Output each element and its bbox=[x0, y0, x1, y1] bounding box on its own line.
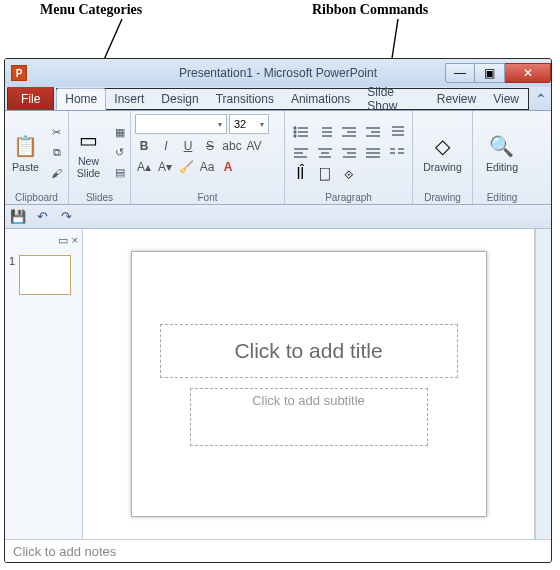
main-area: ▭ × 1 Click to add title Click to add su… bbox=[5, 229, 551, 539]
align-left-button[interactable] bbox=[291, 144, 311, 162]
thumbnail-preview bbox=[19, 255, 71, 295]
strikethrough-button[interactable]: S bbox=[201, 137, 219, 155]
tab-home[interactable]: Home bbox=[56, 88, 106, 110]
section-button[interactable]: ▤ bbox=[111, 164, 129, 182]
font-size-combo[interactable]: 32▾ bbox=[229, 114, 269, 134]
decrease-indent-button[interactable] bbox=[339, 123, 359, 141]
maximize-button[interactable]: ▣ bbox=[475, 63, 505, 83]
binoculars-icon: 🔍 bbox=[488, 132, 516, 160]
minimize-ribbon-icon[interactable]: ⌃ bbox=[535, 91, 547, 107]
title-placeholder[interactable]: Click to add title bbox=[160, 324, 458, 378]
title-placeholder-text: Click to add title bbox=[234, 339, 382, 363]
outline-tab-icon[interactable]: ▭ bbox=[58, 234, 68, 247]
thumbnail-tabs: ▭ × bbox=[5, 229, 82, 251]
italic-button[interactable]: I bbox=[157, 137, 175, 155]
shapes-icon: ◇ bbox=[428, 132, 456, 160]
slide-canvas-area[interactable]: Click to add title Click to add subtitle bbox=[83, 229, 535, 539]
group-clipboard: 📋 Paste ✂ ⧉ 🖌 Clipboard bbox=[5, 111, 69, 204]
app-icon: P bbox=[11, 65, 27, 81]
svg-point-4 bbox=[294, 131, 296, 133]
align-text-button[interactable]: ⎕ bbox=[315, 165, 335, 183]
line-spacing-button[interactable] bbox=[387, 123, 407, 141]
bold-button[interactable]: B bbox=[135, 137, 153, 155]
tab-view[interactable]: View bbox=[485, 89, 528, 109]
group-label-editing: Editing bbox=[477, 191, 527, 203]
vertical-scrollbar[interactable] bbox=[535, 229, 551, 539]
ribbon: 📋 Paste ✂ ⧉ 🖌 Clipboard ▭ New Slide ▦ bbox=[5, 111, 551, 205]
change-case-button[interactable]: Aa bbox=[198, 158, 216, 176]
paste-label: Paste bbox=[12, 162, 39, 174]
drawing-button[interactable]: ◇ Drawing bbox=[419, 130, 466, 176]
drawing-btn-label: Drawing bbox=[423, 162, 462, 174]
group-label-slides: Slides bbox=[73, 191, 126, 203]
font-family-combo[interactable]: ▾ bbox=[135, 114, 227, 134]
group-label-drawing: Drawing bbox=[417, 191, 468, 203]
font-color-button[interactable]: A bbox=[219, 158, 237, 176]
tab-insert[interactable]: Insert bbox=[106, 89, 153, 109]
notes-placeholder: Click to add notes bbox=[13, 544, 116, 559]
tab-transitions[interactable]: Transitions bbox=[208, 89, 283, 109]
editing-btn-label: Editing bbox=[486, 162, 518, 174]
editing-button[interactable]: 🔍 Editing bbox=[482, 130, 522, 176]
new-slide-icon: ▭ bbox=[75, 126, 103, 154]
tab-design[interactable]: Design bbox=[153, 89, 207, 109]
font-size-value: 32 bbox=[234, 118, 246, 130]
layout-button[interactable]: ▦ bbox=[111, 124, 129, 142]
reset-button[interactable]: ↺ bbox=[111, 144, 129, 162]
increase-indent-button[interactable] bbox=[363, 123, 383, 141]
character-spacing-button[interactable]: AV bbox=[245, 137, 263, 155]
save-button[interactable]: 💾 bbox=[9, 208, 27, 226]
minimize-button[interactable]: — bbox=[445, 63, 475, 83]
ribbon-tabs: File Home Insert Design Transitions Anim… bbox=[5, 87, 551, 111]
new-slide-button[interactable]: ▭ New Slide bbox=[71, 124, 107, 181]
notes-pane[interactable]: Click to add notes bbox=[5, 539, 551, 563]
group-paragraph: ll̂ ⎕ ⟐ Paragraph bbox=[285, 111, 413, 204]
titlebar: P Presentation1 - Microsoft PowerPoint —… bbox=[5, 59, 551, 87]
file-tab[interactable]: File bbox=[7, 86, 54, 110]
quick-access-toolbar: 💾 ↶ ↷ bbox=[5, 205, 551, 229]
cut-button[interactable]: ✂ bbox=[48, 124, 66, 142]
anno-menu-categories: Menu Categories bbox=[40, 2, 142, 18]
group-drawing: ◇ Drawing Drawing bbox=[413, 111, 473, 204]
format-painter-button[interactable]: 🖌 bbox=[48, 164, 66, 182]
thumbnail-close-icon[interactable]: × bbox=[72, 234, 78, 246]
convert-smartart-button[interactable]: ⟐ bbox=[339, 165, 359, 183]
subtitle-placeholder[interactable]: Click to add subtitle bbox=[190, 388, 428, 446]
group-label-paragraph: Paragraph bbox=[289, 191, 408, 203]
clear-formatting-button[interactable]: 🧹 bbox=[177, 158, 195, 176]
justify-button[interactable] bbox=[363, 144, 383, 162]
underline-button[interactable]: U bbox=[179, 137, 197, 155]
shrink-font-button[interactable]: A▾ bbox=[156, 158, 174, 176]
align-center-button[interactable] bbox=[315, 144, 335, 162]
text-direction-button[interactable]: ll̂ bbox=[291, 165, 311, 183]
grow-font-button[interactable]: A▴ bbox=[135, 158, 153, 176]
group-label-clipboard: Clipboard bbox=[9, 191, 64, 203]
align-right-button[interactable] bbox=[339, 144, 359, 162]
thumbnail-item[interactable]: 1 bbox=[5, 251, 82, 299]
clipboard-icon: 📋 bbox=[12, 132, 40, 160]
group-font: ▾ 32▾ B I U S abc AV A▴ A▾ 🧹 Aa A bbox=[131, 111, 285, 204]
tab-animations[interactable]: Animations bbox=[283, 89, 359, 109]
paste-button[interactable]: 📋 Paste bbox=[8, 130, 44, 176]
bullets-button[interactable] bbox=[291, 123, 311, 141]
new-slide-label: New Slide bbox=[77, 156, 100, 179]
anno-ribbon-commands: Ribbon Commands bbox=[312, 2, 428, 18]
columns-button[interactable] bbox=[387, 144, 407, 162]
group-label-font: Font bbox=[135, 191, 280, 203]
subtitle-placeholder-text: Click to add subtitle bbox=[252, 393, 365, 408]
slide-thumbnail-panel: ▭ × 1 bbox=[5, 229, 83, 539]
copy-button[interactable]: ⧉ bbox=[48, 144, 66, 162]
numbering-button[interactable] bbox=[315, 123, 335, 141]
window-controls: — ▣ ✕ bbox=[445, 63, 551, 83]
svg-point-2 bbox=[294, 127, 296, 129]
group-editing: 🔍 Editing Editing bbox=[473, 111, 531, 204]
undo-button[interactable]: ↶ bbox=[33, 208, 51, 226]
window-title: Presentation1 - Microsoft PowerPoint bbox=[179, 66, 377, 80]
svg-point-6 bbox=[294, 135, 296, 137]
close-button[interactable]: ✕ bbox=[505, 63, 551, 83]
tab-review[interactable]: Review bbox=[429, 89, 485, 109]
annotation-layer: Menu Categories Ribbon Commands bbox=[0, 0, 560, 58]
shadow-button[interactable]: abc bbox=[223, 137, 241, 155]
tab-slide-show[interactable]: Slide Show bbox=[359, 89, 429, 109]
redo-button[interactable]: ↷ bbox=[57, 208, 75, 226]
